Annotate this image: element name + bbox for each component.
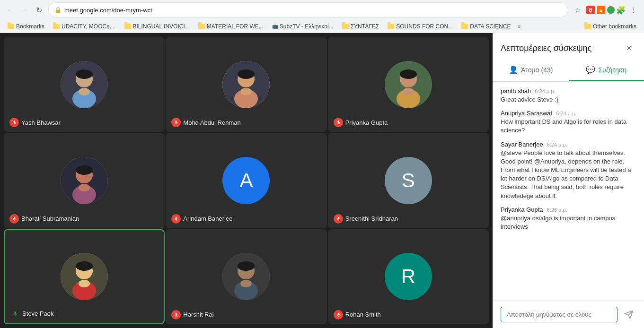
people-icon: 👤 bbox=[509, 65, 518, 74]
folder-icon bbox=[198, 24, 205, 29]
lock-icon: 🔒 bbox=[54, 7, 62, 13]
message-text: @anupriya ds/algo is important in campus… bbox=[501, 214, 636, 231]
participant-name-yash: Yash Bhawsar bbox=[9, 118, 61, 127]
reload-button[interactable]: ↻ bbox=[32, 3, 45, 17]
send-message-button[interactable] bbox=[621, 307, 636, 322]
tab-people-label: Άτομα (43) bbox=[521, 66, 553, 74]
tab-people[interactable]: 👤 Άτομα (43) bbox=[493, 60, 569, 81]
participant-tile-sreenithi: SSreenithi Sridharan bbox=[328, 133, 489, 228]
menu-button[interactable]: ⋮ bbox=[627, 3, 640, 17]
participant-tile-priyanka: Priyanka Gupta bbox=[328, 37, 489, 132]
bookmark-label: SOUNDS FOR CON... bbox=[396, 23, 453, 30]
chat-message: Priyanka Gupta6:26 μ.μ.@anupriya ds/algo… bbox=[501, 206, 636, 231]
participant-tile-harshit: Harshit Rai bbox=[166, 229, 326, 324]
mute-icon bbox=[334, 214, 343, 224]
bookmark-label: ΣΥΝΤΑΓΕΣ bbox=[351, 23, 379, 30]
message-text: How important DS and Algo is for roles i… bbox=[501, 118, 636, 135]
folder-icon bbox=[124, 24, 131, 29]
message-sender: Sayar Banerjee bbox=[501, 141, 543, 148]
brave-shield-icon[interactable]: B bbox=[586, 6, 595, 14]
browser-actions: ☆ B ▲ 🧩 ⋮ bbox=[571, 3, 640, 17]
chat-message: Sayar Banerjee6:24 μ.μ.@steve People lov… bbox=[501, 141, 636, 200]
message-sender: Priyanka Gupta bbox=[501, 206, 543, 213]
close-sidebar-button[interactable]: × bbox=[621, 41, 636, 56]
name-text: Rohan Smith bbox=[345, 311, 381, 318]
name-text: Bharati Subramanian bbox=[21, 215, 79, 222]
chat-input[interactable] bbox=[501, 307, 618, 322]
participant-avatar-arindam: A bbox=[222, 157, 270, 204]
extension-puzzle-icon[interactable]: 🧩 bbox=[617, 6, 625, 14]
folder-icon bbox=[53, 24, 60, 29]
address-bar[interactable]: 🔒 meet.google.com/doe-mrym-wct bbox=[48, 2, 568, 17]
folder-icon bbox=[388, 24, 394, 29]
participant-tile-rohan: RRohan Smith bbox=[328, 229, 489, 324]
participant-tile-arindam: AArindam Banerjee bbox=[166, 133, 326, 228]
bookmark-bookmarks[interactable]: Bookmarks bbox=[4, 22, 48, 31]
browser-chrome: ← → ↻ 🔒 meet.google.com/doe-mrym-wct ☆ B… bbox=[0, 0, 644, 33]
mute-icon bbox=[9, 214, 19, 224]
participant-avatar-priyanka bbox=[385, 61, 432, 108]
message-time: 6:24 μ.μ. bbox=[556, 111, 576, 116]
svg-point-28 bbox=[76, 261, 93, 271]
name-text: Steve Paek bbox=[22, 310, 54, 317]
speaking-icon bbox=[10, 309, 20, 319]
message-sender: Anupriya Saraswat bbox=[501, 110, 552, 117]
message-sender: panth shah bbox=[501, 87, 531, 95]
bookmarks-more[interactable]: » bbox=[516, 22, 523, 31]
chat-message: panth shah6:24 μ.μ.Great advice Steve :) bbox=[501, 87, 636, 104]
bookmark-subztv[interactable]: 📺 SubzTV - Ελληνικοί... bbox=[268, 22, 337, 31]
tab-chat[interactable]: 💬 Συζήτηση bbox=[569, 60, 644, 81]
back-button[interactable]: ← bbox=[4, 3, 17, 17]
bookmark-material[interactable]: MATERIAL FOR WE... bbox=[194, 22, 267, 31]
participant-name-bharati: Bharati Subramanian bbox=[9, 214, 79, 224]
chat-input-area bbox=[493, 301, 644, 328]
sidebar-tabs: 👤 Άτομα (43) 💬 Συζήτηση bbox=[493, 56, 644, 82]
url-text: meet.google.com/doe-mrym-wct bbox=[64, 7, 152, 14]
message-time: 6:26 μ.μ. bbox=[547, 207, 567, 213]
video-grid: Yash Bhawsar Mohd Abdul Rehman Priyanka … bbox=[0, 33, 493, 328]
participant-avatar-rohan: R bbox=[385, 253, 432, 300]
message-header: panth shah6:24 μ.μ. bbox=[501, 87, 636, 95]
participant-avatar-mohd bbox=[222, 61, 270, 108]
participant-tile-yash: Yash Bhawsar bbox=[4, 37, 165, 132]
participant-tile-mohd: Mohd Abdul Rehman bbox=[166, 37, 326, 132]
main-area: Yash Bhawsar Mohd Abdul Rehman Priyanka … bbox=[0, 33, 644, 328]
bookmark-udacity[interactable]: UDACITY, MOOCs,... bbox=[49, 22, 119, 31]
participant-name-sreenithi: Sreenithi Sridharan bbox=[334, 214, 398, 224]
name-text: Arindam Banerjee bbox=[183, 215, 232, 222]
extension-green-icon[interactable] bbox=[607, 6, 615, 14]
other-bookmarks[interactable]: Other bookmarks bbox=[581, 22, 640, 31]
participant-avatar-harshit bbox=[222, 253, 270, 300]
forward-button[interactable]: → bbox=[18, 3, 31, 17]
bookmark-syntages[interactable]: ΣΥΝΤΑΓΕΣ bbox=[338, 22, 383, 31]
message-text: Great advice Steve :) bbox=[501, 95, 636, 104]
svg-point-8 bbox=[238, 69, 255, 79]
participant-avatar-steve bbox=[61, 253, 108, 300]
mute-icon bbox=[171, 310, 181, 319]
mute-icon bbox=[171, 118, 181, 127]
chat-messages-list: panth shah6:24 μ.μ.Great advice Steve :)… bbox=[493, 82, 644, 301]
bookmark-label: MATERIAL FOR WE... bbox=[207, 23, 264, 30]
message-header: Sayar Banerjee6:24 μ.μ. bbox=[501, 141, 636, 148]
bookmark-label: SubzTV - Ελληνικοί... bbox=[280, 23, 334, 30]
bookmark-bilingual[interactable]: BILINGUAL INVOICI... bbox=[121, 22, 194, 31]
message-header: Anupriya Saraswat6:24 μ.μ. bbox=[501, 110, 636, 117]
participant-avatar-yash bbox=[61, 61, 108, 108]
name-text: Harshit Rai bbox=[183, 311, 213, 318]
bookmark-button[interactable]: ☆ bbox=[571, 3, 584, 17]
message-time: 6:24 μ.μ. bbox=[535, 88, 555, 94]
name-text: Sreenithi Sridharan bbox=[345, 215, 398, 222]
participant-avatar-bharati bbox=[61, 157, 108, 204]
folder-icon bbox=[8, 24, 14, 29]
bookmark-sounds[interactable]: SOUNDS FOR CON... bbox=[384, 22, 457, 31]
bookmarks-bar: Bookmarks UDACITY, MOOCs,... BILINGUAL I… bbox=[0, 20, 644, 33]
brave-rewards-icon[interactable]: ▲ bbox=[597, 6, 605, 14]
svg-point-30 bbox=[79, 280, 90, 287]
participant-avatar-sreenithi: S bbox=[385, 157, 432, 204]
participant-name-harshit: Harshit Rai bbox=[171, 310, 213, 319]
svg-point-35 bbox=[240, 280, 252, 287]
participant-name-rohan: Rohan Smith bbox=[334, 310, 381, 319]
participant-name-priyanka: Priyanka Gupta bbox=[334, 118, 388, 127]
folder-icon bbox=[584, 24, 591, 29]
bookmark-datascience[interactable]: DATA SCIENCE bbox=[458, 22, 514, 31]
